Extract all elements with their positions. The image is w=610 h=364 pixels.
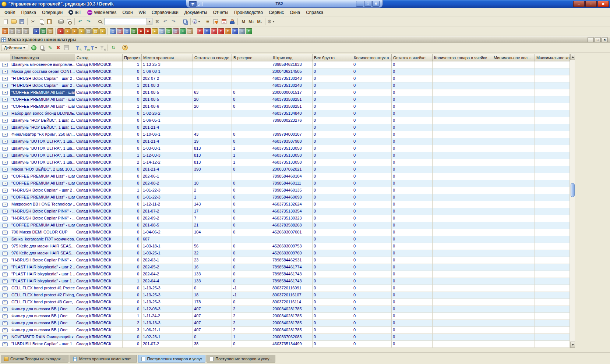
cell-location[interactable]: 607: [142, 236, 193, 243]
cell-pieces[interactable]: 0: [352, 327, 392, 334]
cell-name[interactable]: "COFFEE PREMIUM All Liss" - шаг...: [10, 180, 75, 187]
cell-warehouse[interactable]: Склад КЛИМОВСК: [75, 236, 123, 243]
column-header-cell_qty[interactable]: Количество товара в ячейке: [433, 54, 492, 61]
cell-priority[interactable]: 0: [123, 138, 142, 145]
cell-cell_qty[interactable]: [433, 131, 492, 138]
cell-cell_qty[interactable]: [433, 110, 492, 117]
cell-warehouse[interactable]: Склад КЛИМОВСК: [75, 117, 123, 124]
cell-min_qty[interactable]: [492, 61, 535, 68]
cell-warehouse[interactable]: Склад КЛИМОВСК: [75, 250, 123, 257]
cell-reserve[interactable]: 1: [232, 152, 271, 159]
cell-cell_stock[interactable]: 0: [392, 75, 433, 82]
minimize-button[interactable]: ─: [573, 1, 585, 7]
cell-name[interactable]: CELL FLEX bond protect #1 Protec...: [10, 285, 75, 292]
cell-pieces[interactable]: 0: [352, 187, 392, 194]
doc-minimize-button[interactable]: ─: [588, 37, 594, 42]
add-copy-button[interactable]: [38, 44, 46, 52]
table-row[interactable]: CELL FLEX bond protect #3 Care, ...Склад…: [0, 299, 570, 306]
cell-gross_weight[interactable]: 0: [313, 89, 352, 96]
cell-location[interactable]: 1-12-08-3: [142, 306, 193, 313]
cell-max_qty[interactable]: [535, 152, 570, 159]
cell-min_qty[interactable]: [492, 117, 535, 124]
cell-min_qty[interactable]: [492, 138, 535, 145]
cell-name[interactable]: "H-BRUSH Botox Capilar PINK" - ...: [10, 257, 75, 264]
cell-warehouse[interactable]: Склад КЛИМОВСК: [75, 96, 123, 103]
cell-min_qty[interactable]: [492, 257, 535, 264]
cell-min_qty[interactable]: [492, 327, 535, 334]
cell-reserve[interactable]: 0: [232, 131, 271, 138]
cell-priority[interactable]: 0: [123, 124, 142, 131]
cash-payment-icon[interactable]: ▤: [92, 28, 99, 34]
cell-max_qty[interactable]: [535, 306, 570, 313]
column-header-warehouse[interactable]: Склад: [75, 54, 123, 61]
cell-warehouse[interactable]: Склад КЛИМОВСК: [75, 145, 123, 152]
cell-gross_weight[interactable]: 0: [313, 152, 352, 159]
cell-gross_weight[interactable]: 0: [313, 201, 352, 208]
cell-barcode[interactable]: 2000337062083: [271, 334, 313, 341]
cell-location[interactable]: 1-06-05-1: [142, 117, 193, 124]
values-list-button[interactable]: ≡: [204, 18, 212, 26]
cell-priority[interactable]: 0: [123, 180, 142, 187]
cell-gross_weight[interactable]: 0: [313, 138, 352, 145]
buyer-order-icon[interactable]: ●: [64, 28, 71, 34]
cell-priority[interactable]: 1: [123, 152, 142, 159]
cell-barcode[interactable]: 2000340281785: [271, 327, 313, 334]
cell-cell_stock[interactable]: 0: [392, 341, 433, 348]
cell-reserve[interactable]: [232, 68, 271, 75]
cell-priority[interactable]: 0: [123, 264, 142, 271]
cell-gross_weight[interactable]: 0: [313, 187, 352, 194]
report-person-red-icon[interactable]: Σ: [197, 28, 203, 34]
rdp-minimize-button[interactable]: ─: [356, 1, 363, 7]
cell-cell_qty[interactable]: [433, 243, 492, 250]
cell-location[interactable]: 202-06-1: [142, 173, 193, 180]
cell-max_qty[interactable]: [535, 145, 570, 152]
table-row[interactable]: "COFFEE PREMIUM All Liss" - шаг...Склад …: [0, 89, 570, 96]
cell-gross_weight[interactable]: 0: [313, 341, 352, 348]
cell-reserve[interactable]: 0: [232, 208, 271, 215]
cell-gross_weight[interactable]: 0: [313, 229, 352, 236]
cell-barcode[interactable]: 2000340281785: [271, 320, 313, 327]
table-row[interactable]: "COFFEE PREMIUM All Liss" - шаг...Склад …: [0, 96, 570, 103]
partners-icon[interactable]: ●: [33, 28, 39, 34]
cell-name[interactable]: CELL FLEX bond protect #3 Care, ...: [10, 299, 75, 306]
window-tab-4[interactable]: Поступление товаров и услу...: [207, 355, 275, 363]
clear-search-button[interactable]: ✖: [153, 18, 161, 26]
cell-location[interactable]: 202-05-2: [142, 264, 193, 271]
cell-stock[interactable]: 2: [193, 187, 232, 194]
user-permissions-button[interactable]: [228, 18, 236, 26]
cell-name[interactable]: Шампунь "BOTOX ULTRA", 1 ша...: [10, 159, 75, 166]
cell-name[interactable]: Шампунь мгновенное выпрямле...: [10, 61, 75, 68]
cell-max_qty[interactable]: [535, 222, 570, 229]
cell-pieces[interactable]: 0: [352, 306, 392, 313]
cell-barcode[interactable]: 4603735132624: [271, 201, 313, 208]
cell-pieces[interactable]: 0: [352, 103, 392, 110]
cell-reserve[interactable]: 2: [232, 313, 271, 320]
cell-gross_weight[interactable]: 0: [313, 306, 352, 313]
cell-name[interactable]: "H-BRUSH Botox Capilar PINK" - ...: [10, 215, 75, 222]
cell-stock[interactable]: 63: [193, 89, 232, 96]
cell-priority[interactable]: 0: [123, 173, 142, 180]
cell-max_qty[interactable]: [535, 313, 570, 320]
cell-reserve[interactable]: 0: [232, 138, 271, 145]
cell-barcode[interactable]: 7898584460098: [271, 194, 313, 201]
cell-cell_qty[interactable]: [433, 89, 492, 96]
cell-warehouse[interactable]: Склад КЛИМОВСК: [75, 138, 123, 145]
cell-location[interactable]: 1-12-11-2: [142, 201, 193, 208]
cell-warehouse[interactable]: Склад КЛИМОВСК: [75, 341, 123, 348]
cell-max_qty[interactable]: [535, 320, 570, 327]
cell-max_qty[interactable]: [535, 61, 570, 68]
cell-warehouse[interactable]: Склад КЛИМОВСК: [75, 278, 123, 285]
cell-cell_stock[interactable]: 0: [392, 334, 433, 341]
cell-reserve[interactable]: 0: [232, 299, 271, 306]
cell-cell_stock[interactable]: 0: [392, 257, 433, 264]
cell-barcode[interactable]: 8003720116114: [271, 299, 313, 306]
table-row[interactable]: "H-BRUSH Botox Capilar PINK" - ...Склад …: [0, 208, 570, 215]
cell-warehouse[interactable]: Склад КЛИМОВСК: [75, 327, 123, 334]
cell-pieces[interactable]: 0: [352, 117, 392, 124]
cell-stock[interactable]: 23: [193, 257, 232, 264]
cell-priority[interactable]: 1: [123, 313, 142, 320]
cell-barcode[interactable]: 4603735133058: [271, 145, 313, 152]
cell-gross_weight[interactable]: 0: [313, 96, 352, 103]
cell-pieces[interactable]: 0: [352, 145, 392, 152]
cell-location[interactable]: 1-12-03-3: [142, 152, 193, 159]
